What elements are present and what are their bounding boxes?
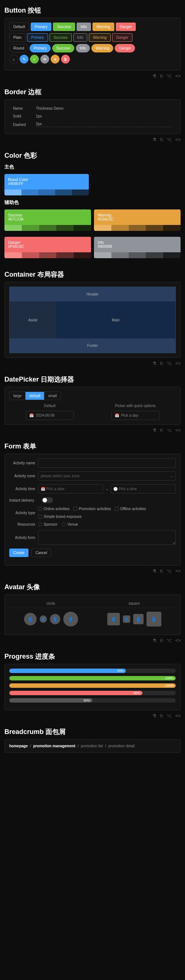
copy-icon[interactable]: ⎘ [160, 428, 163, 433]
btn-round-danger[interactable]: Danger [115, 44, 135, 52]
code-icon[interactable]: <> [175, 638, 180, 643]
activity-time-input[interactable]: 🕐 Pick a time [111, 484, 176, 493]
border-card: NameThickness Demo Solid1px Dashed2px [5, 99, 180, 134]
tab-small[interactable]: small [44, 392, 60, 400]
btn-circle-star[interactable]: ★ [51, 55, 60, 64]
table-row: Dashed2px [10, 121, 175, 129]
btn-default[interactable]: Default [9, 22, 29, 31]
btn-warning[interactable]: Warning [92, 22, 114, 31]
btn-circle-edit[interactable]: ✎ [19, 55, 29, 64]
code-icon[interactable]: <> [175, 713, 180, 719]
btn-primary[interactable]: Primary [31, 22, 51, 31]
color-aux-label: 辅助色 [5, 199, 180, 206]
code-icon[interactable]: <> [175, 137, 180, 142]
btn-circle-message[interactable]: ✉ [40, 55, 49, 64]
btn-plain-success[interactable]: Success [50, 33, 72, 42]
calendar-icon: 📅 [115, 414, 119, 417]
btn-round-info[interactable]: Info [76, 44, 90, 52]
flask-icon[interactable]: ⚗ [153, 428, 156, 433]
create-button[interactable]: Create [9, 549, 29, 557]
avatar-square-sm: 👤 [123, 616, 130, 623]
github-icon[interactable]: ⌥ [166, 361, 172, 366]
activity-form-textarea[interactable] [38, 530, 176, 545]
github-icon[interactable]: ⌥ [166, 73, 172, 79]
checkbox-promotion[interactable]: Promotion activities [73, 507, 111, 511]
copy-icon[interactable]: ⎘ [160, 361, 163, 366]
btn-round[interactable]: Round [9, 44, 28, 52]
datepicker-input-2[interactable]: 📅Pick a day [111, 411, 159, 420]
star-icon: ★ [54, 57, 57, 61]
activity-date-input[interactable]: 📅 Pick a date [38, 484, 103, 493]
radio-sponsor[interactable]: Sponsor [38, 522, 57, 527]
btn-info[interactable]: Info [77, 22, 91, 31]
avatar-circle-md: 👤 [50, 614, 60, 624]
btn-plain-primary[interactable]: Primary [27, 33, 48, 42]
user-icon: 👤 [151, 617, 156, 622]
btn-round-success[interactable]: Success [52, 44, 74, 52]
cancel-button[interactable]: Cancel [31, 549, 51, 557]
github-icon[interactable]: ⌥ [166, 137, 172, 142]
activity-zone-select[interactable]: please select your zone⌄ [38, 471, 176, 480]
btn-round-warning[interactable]: Warning [92, 44, 113, 52]
btn-circle-search[interactable]: ⌕ [9, 55, 18, 64]
btn-circle-delete[interactable]: 🗑 [61, 55, 70, 64]
github-icon[interactable]: ⌥ [166, 713, 172, 719]
code-icon[interactable]: <> [175, 361, 180, 366]
datepicker-input-1[interactable]: 📅2024-06-06 [26, 411, 74, 420]
checkbox-online[interactable]: Online activities [38, 507, 69, 511]
flask-icon[interactable]: ⚗ [153, 361, 156, 366]
flask-icon[interactable]: ⚗ [153, 137, 156, 142]
copy-icon[interactable]: ⎘ [160, 638, 163, 643]
chevron-down-icon: ⌄ [170, 474, 173, 478]
tab-large[interactable]: large [10, 392, 26, 400]
btn-danger[interactable]: Danger [116, 22, 136, 31]
border-table: NameThickness Demo Solid1px Dashed2px [9, 104, 176, 129]
avatar-square-lg: 👤 [107, 613, 120, 625]
btn-circle-check[interactable]: ✓ [30, 55, 39, 64]
progress-bar: 100% [9, 676, 176, 681]
breadcrumb-item[interactable]: promotion management [33, 744, 76, 748]
container-footer: Footer [10, 338, 175, 353]
copy-icon[interactable]: ⎘ [160, 568, 163, 574]
container-header: Header [10, 287, 175, 301]
btn-plain-info[interactable]: Info [73, 33, 88, 42]
copy-icon[interactable]: ⎘ [160, 73, 163, 79]
avatar-circle-xl: 👤 [63, 612, 78, 627]
activity-name-input[interactable] [38, 458, 176, 468]
flask-icon[interactable]: ⚗ [153, 638, 156, 643]
github-icon[interactable]: ⌥ [166, 568, 172, 574]
flask-icon[interactable]: ⚗ [153, 713, 156, 719]
flask-icon[interactable]: ⚗ [153, 73, 156, 79]
code-icon[interactable]: <> [175, 73, 180, 79]
palette-warning: Warning#E6A23C [94, 210, 180, 231]
btn-success[interactable]: Success [53, 22, 75, 31]
user-icon: 👤 [136, 617, 141, 622]
message-icon: ✉ [43, 57, 46, 61]
btn-plain-danger[interactable]: Danger [112, 33, 132, 42]
table-row: NameThickness Demo [10, 105, 175, 112]
form-card: Activity name Activity zoneplease select… [5, 453, 180, 566]
code-icon[interactable]: <> [175, 428, 180, 433]
btn-plain-warning[interactable]: Warning [89, 33, 111, 42]
tab-default[interactable]: default [26, 392, 44, 400]
github-icon[interactable]: ⌥ [166, 638, 172, 643]
copy-icon[interactable]: ⎘ [160, 137, 163, 142]
section-title-button: Button 按钮 [5, 6, 180, 15]
btn-round-primary[interactable]: Primary [30, 44, 50, 52]
breadcrumb-item[interactable]: promotion list [80, 744, 103, 748]
code-icon[interactable]: <> [175, 568, 180, 574]
radio-venue[interactable]: Venue [62, 522, 78, 527]
checkbox-offline[interactable]: Offline activities [115, 507, 146, 511]
breadcrumb-item: promotion detail [108, 744, 135, 748]
color-primary-label: 主色 [5, 164, 180, 170]
checkbox-simple[interactable]: Simple brand exposure [38, 515, 82, 519]
btn-plain[interactable]: Plain [9, 33, 26, 42]
palette-success: Success#67C23A [5, 210, 91, 231]
dp-col2-label: Picker with quick options [95, 404, 176, 408]
github-icon[interactable]: ⌥ [166, 428, 172, 433]
flask-icon[interactable]: ⚗ [153, 568, 156, 574]
copy-icon[interactable]: ⎘ [160, 713, 163, 719]
breadcrumb-item[interactable]: homepage [9, 744, 28, 748]
instant-delivery-switch[interactable] [42, 497, 53, 503]
progress-bar: 50% [9, 698, 176, 703]
